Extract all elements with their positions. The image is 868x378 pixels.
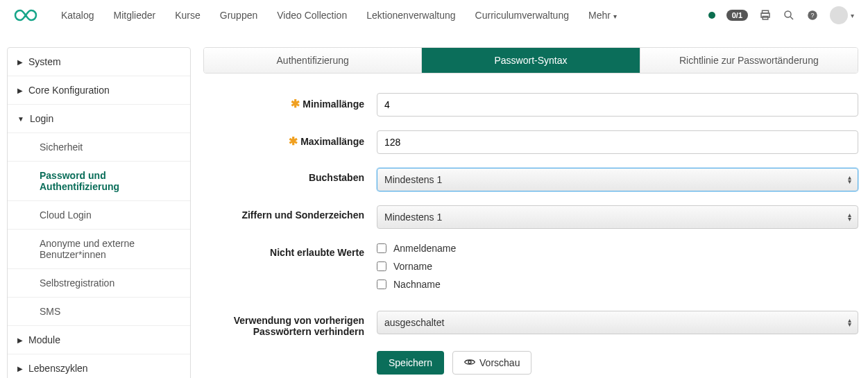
caret-right-icon: ▶ xyxy=(17,58,23,66)
nav-more[interactable]: Mehr▾ xyxy=(579,1,627,29)
nav-lektion[interactable]: Lektionenverwaltung xyxy=(357,1,465,29)
nav-video[interactable]: Video Collection xyxy=(267,1,357,29)
sidebar: ▶System ▶Core Konfiguration ▼Login Siche… xyxy=(7,47,191,378)
sidebar-item-label: Login xyxy=(30,113,53,124)
svg-point-3 xyxy=(785,11,791,17)
letters-select[interactable]: Mindestens 1 xyxy=(377,168,858,191)
forbidden-login-checkbox[interactable] xyxy=(377,243,386,253)
sidebar-item-sicherheit[interactable]: Sicherheit xyxy=(8,133,190,162)
caret-right-icon: ▶ xyxy=(17,336,23,344)
forbidden-label: Nicht erlaubte Werte xyxy=(203,243,377,258)
forbidden-last-checkbox[interactable] xyxy=(377,280,386,289)
topnav-right: 0/1 ? ▾ xyxy=(708,6,854,24)
sidebar-item-module[interactable]: ▶Module xyxy=(8,326,190,354)
top-nav: Katalog Mitglieder Kurse Gruppen Video C… xyxy=(0,0,868,31)
svg-point-7 xyxy=(468,361,471,363)
sidebar-item-selbst[interactable]: Selbstregistration xyxy=(8,269,190,298)
print-icon[interactable] xyxy=(759,9,772,22)
history-label: Verwendung von vorherigen Passwörtern ve… xyxy=(203,311,377,337)
sidebar-item-sms[interactable]: SMS xyxy=(8,298,190,326)
tabs: Authentifizierung Passwort-Syntax Richtl… xyxy=(203,47,858,74)
sidebar-item-cloud[interactable]: Cloud Login xyxy=(8,201,190,230)
preview-button-label: Vorschau xyxy=(479,357,520,368)
tab-auth[interactable]: Authentifizierung xyxy=(204,48,422,73)
letters-label: Buchstaben xyxy=(203,168,377,183)
nav-mitglieder[interactable]: Mitglieder xyxy=(103,1,165,29)
tab-policy[interactable]: Richtlinie zur Passwortänderung xyxy=(640,48,858,73)
required-icon: ✱ xyxy=(289,135,298,147)
nav-katalog[interactable]: Katalog xyxy=(51,1,103,29)
forbidden-first-label: Vorname xyxy=(393,261,432,272)
caret-down-icon: ▼ xyxy=(17,115,24,123)
max-length-input[interactable] xyxy=(377,130,858,154)
svg-text:?: ? xyxy=(810,12,814,19)
digits-label: Ziffern und Sonderzeichen xyxy=(203,205,377,221)
sidebar-item-core[interactable]: ▶Core Konfiguration xyxy=(8,76,190,105)
sidebar-item-system[interactable]: ▶System xyxy=(8,48,190,76)
main-content: Authentifizierung Passwort-Syntax Richtl… xyxy=(203,47,861,375)
forbidden-login-label: Anmeldename xyxy=(393,243,456,254)
caret-down-icon: ▾ xyxy=(613,12,617,20)
save-button[interactable]: Speichern xyxy=(377,351,444,375)
caret-down-icon: ▾ xyxy=(851,12,854,19)
status-dot-icon[interactable] xyxy=(708,12,715,19)
avatar-icon xyxy=(830,6,848,24)
sidebar-item-password-auth[interactable]: Password und Authentifizierung xyxy=(8,162,190,201)
sidebar-item-anon[interactable]: Anonyme und externe Benutzer*innen xyxy=(8,230,190,269)
sidebar-item-login[interactable]: ▼Login xyxy=(8,105,190,133)
forbidden-last-label: Nachname xyxy=(393,279,441,290)
svg-line-4 xyxy=(790,17,793,19)
counter-pill[interactable]: 0/1 xyxy=(726,10,748,21)
tab-syntax[interactable]: Passwort-Syntax xyxy=(422,48,640,73)
min-length-input[interactable] xyxy=(377,93,858,117)
sidebar-item-label: Core Konfiguration xyxy=(28,85,110,96)
required-icon: ✱ xyxy=(291,98,300,110)
caret-right-icon: ▶ xyxy=(17,365,23,372)
help-icon[interactable]: ? xyxy=(806,9,819,22)
sidebar-item-label: System xyxy=(28,56,61,67)
nav-items: Katalog Mitglieder Kurse Gruppen Video C… xyxy=(51,1,627,29)
digits-select[interactable]: Mindestens 1 xyxy=(377,205,858,229)
nav-curriculum[interactable]: Curriculumverwaltung xyxy=(466,1,579,29)
sidebar-item-label: Lebenszyklen xyxy=(28,363,88,374)
nav-gruppen[interactable]: Gruppen xyxy=(210,1,267,29)
eye-icon xyxy=(464,357,475,368)
caret-right-icon: ▶ xyxy=(17,87,23,94)
nav-kurse[interactable]: Kurse xyxy=(165,1,210,29)
sidebar-item-label: Module xyxy=(28,334,60,345)
history-select[interactable]: ausgeschaltet xyxy=(377,311,858,334)
user-menu[interactable]: ▾ xyxy=(830,6,854,24)
search-icon[interactable] xyxy=(783,9,795,22)
forbidden-first-checkbox[interactable] xyxy=(377,261,386,271)
min-length-label: ✱Minimallänge xyxy=(203,93,377,110)
preview-button[interactable]: Vorschau xyxy=(452,351,531,375)
sidebar-item-lebenszyklen[interactable]: ▶Lebenszyklen xyxy=(8,354,190,378)
logo-icon[interactable] xyxy=(14,9,37,22)
max-length-label: ✱Maximallänge xyxy=(203,130,377,148)
